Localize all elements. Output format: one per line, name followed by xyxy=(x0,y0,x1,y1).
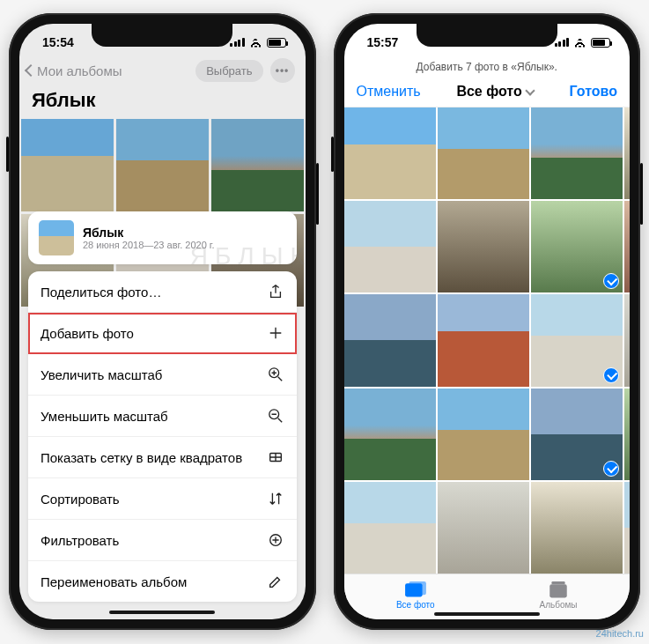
picker-cell[interactable] xyxy=(531,482,623,574)
status-time: 15:57 xyxy=(367,35,399,49)
picker-nav: Отменить Все фото Готово xyxy=(344,78,631,107)
battery-icon xyxy=(591,38,610,48)
picker-cell[interactable] xyxy=(438,482,529,574)
photos-icon xyxy=(404,581,427,599)
zoom-in-icon xyxy=(267,366,284,383)
tab-label: Альбомы xyxy=(539,600,577,610)
check-icon xyxy=(603,461,619,477)
sheet-item-plus[interactable]: Добавить фото xyxy=(28,313,297,354)
picker-cell[interactable] xyxy=(344,389,436,480)
sheet-item-share[interactable]: Поделиться фото… xyxy=(28,271,297,313)
sheet-thumb xyxy=(39,220,74,255)
picker-cell[interactable] xyxy=(624,482,630,574)
wifi-icon xyxy=(573,38,586,48)
zoom-out-icon xyxy=(267,407,284,425)
picker-header: Добавить 7 фото в «Яблык». xyxy=(344,57,631,78)
watermark-corner: 24hitech.ru xyxy=(596,628,644,639)
rename-icon xyxy=(267,573,284,590)
sort-icon xyxy=(267,490,284,507)
picker-cell[interactable] xyxy=(531,294,623,386)
signal-icon xyxy=(555,38,570,47)
svg-rect-6 xyxy=(549,584,566,597)
sheet-list: Поделиться фото…Добавить фотоУвеличить м… xyxy=(28,271,297,602)
sheet-item-filter[interactable]: Фильтровать xyxy=(28,520,297,561)
phone-right: 15:57 Добавить 7 фото в «Яблык». Отменит… xyxy=(334,13,641,630)
sheet-item-zoom-in[interactable]: Увеличить масштаб xyxy=(28,354,297,396)
plus-icon xyxy=(267,324,284,342)
svg-rect-5 xyxy=(409,581,425,595)
sheet-item-label: Уменьшить масштаб xyxy=(41,409,168,424)
tab-label: Все фото xyxy=(396,600,435,610)
sheet-item-label: Показать сетку в виде квадратов xyxy=(41,450,242,465)
sheet-item-label: Поделиться фото… xyxy=(41,285,161,300)
picker-cell[interactable] xyxy=(531,201,623,292)
picker-grid xyxy=(344,107,631,574)
picker-title[interactable]: Все фото xyxy=(456,84,533,100)
picker-cell[interactable] xyxy=(438,294,529,386)
home-indicator[interactable] xyxy=(434,612,540,616)
picker-cell[interactable] xyxy=(531,107,623,199)
picker-cell[interactable] xyxy=(624,294,630,386)
screen-left: 15:54 Мои альбомы Выбрать ••• Яблык xyxy=(19,24,306,619)
chevron-down-icon xyxy=(525,85,535,95)
svg-rect-7 xyxy=(551,581,564,584)
grid-icon xyxy=(267,448,284,466)
sheet-subtitle: 28 июня 2018—23 авг. 2020 г. xyxy=(83,240,215,250)
sheet-item-rename[interactable]: Переименовать альбом xyxy=(28,561,297,602)
sheet-header: Яблык 28 июня 2018—23 авг. 2020 г. xyxy=(28,211,297,264)
picker-cell[interactable] xyxy=(438,107,529,199)
sheet-item-zoom-out[interactable]: Уменьшить масштаб xyxy=(28,396,297,437)
picker-cell[interactable] xyxy=(438,389,529,480)
cancel-button[interactable]: Отменить xyxy=(357,84,421,100)
sheet-item-label: Фильтровать xyxy=(41,533,119,548)
action-sheet: Яблык 28 июня 2018—23 авг. 2020 г. Подел… xyxy=(28,211,297,614)
picker-cell[interactable] xyxy=(624,107,630,199)
picker-cell[interactable] xyxy=(438,201,529,292)
picker-cell[interactable] xyxy=(624,389,630,480)
picker-cell[interactable] xyxy=(624,201,630,292)
screen-right: 15:57 Добавить 7 фото в «Яблык». Отменит… xyxy=(344,24,631,619)
picker-cell[interactable] xyxy=(344,201,436,292)
share-icon xyxy=(267,283,284,300)
sheet-item-sort[interactable]: Сортировать xyxy=(28,478,297,520)
phone-left: 15:54 Мои альбомы Выбрать ••• Яблык xyxy=(9,13,316,630)
filter-icon xyxy=(267,531,284,549)
notch xyxy=(417,24,557,47)
picker-cell[interactable] xyxy=(344,107,436,199)
picker-cell[interactable] xyxy=(344,482,436,574)
sheet-title: Яблык xyxy=(83,226,215,240)
sheet-item-grid[interactable]: Показать сетку в виде квадратов xyxy=(28,437,297,478)
albums-icon xyxy=(547,581,570,599)
check-icon xyxy=(603,273,619,289)
picker-cell[interactable] xyxy=(344,294,436,386)
sheet-item-label: Сортировать xyxy=(41,492,120,507)
notch xyxy=(92,24,232,47)
done-button[interactable]: Готово xyxy=(570,84,617,100)
tab-all-photos[interactable]: Все фото xyxy=(396,581,435,610)
sheet-item-label: Добавить фото xyxy=(41,326,134,341)
check-icon xyxy=(603,367,619,383)
sheet-item-label: Переименовать альбом xyxy=(41,574,187,589)
picker-cell[interactable] xyxy=(531,389,623,480)
picker-title-text: Все фото xyxy=(456,84,521,100)
sheet-item-label: Увеличить масштаб xyxy=(41,367,162,382)
tab-albums[interactable]: Альбомы xyxy=(539,581,577,610)
home-indicator[interactable] xyxy=(109,611,215,614)
